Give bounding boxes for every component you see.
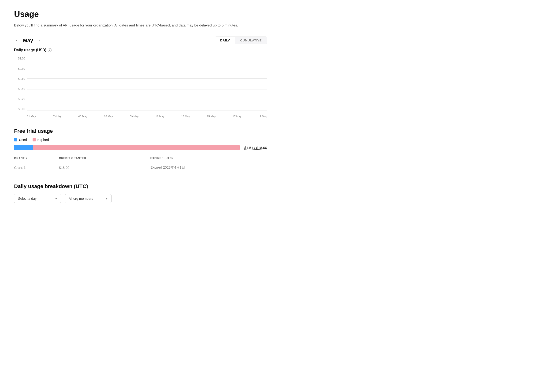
month-nav: ‹ May › bbox=[14, 37, 42, 44]
page-title: Usage bbox=[14, 9, 267, 19]
member-select[interactable]: All org members ▾ bbox=[65, 194, 112, 203]
chart-y-axis: $1.00 $0.80 $0.60 $0.40 $0.20 $0.00 bbox=[14, 57, 27, 111]
legend-used: Used bbox=[14, 138, 27, 142]
grid-line-1 bbox=[27, 57, 267, 57]
legend: Used Expired bbox=[14, 138, 267, 142]
y-label-5: $0.20 bbox=[18, 98, 25, 101]
cumulative-toggle-button[interactable]: CUMULATIVE bbox=[235, 37, 267, 44]
free-trial-section: Free trial usage Used Expired $1.51 / $1… bbox=[14, 128, 267, 173]
view-toggle-group: DAILY CUMULATIVE bbox=[215, 37, 267, 44]
day-select-chevron-icon: ▾ bbox=[55, 197, 57, 201]
daily-usage-chart-section: Daily usage (USD) i $1.00 $0.80 $0.60 $0… bbox=[14, 48, 267, 118]
grant-table: GRANT # CREDIT GRANTED EXPIRES (UTC) Gra… bbox=[14, 157, 267, 173]
free-trial-title: Free trial usage bbox=[14, 128, 267, 134]
progress-amount-label: $1.51 / $18.00 bbox=[244, 146, 267, 150]
x-label-4: 07 May bbox=[104, 115, 113, 118]
progress-bar bbox=[14, 145, 240, 150]
chart-info-icon[interactable]: i bbox=[48, 48, 52, 52]
day-select[interactable]: Select a day ▾ bbox=[14, 194, 61, 203]
progress-expired-fill bbox=[33, 145, 240, 150]
y-label-4: $0.40 bbox=[18, 87, 25, 91]
grid-line-4 bbox=[27, 89, 267, 89]
legend-expired-dot bbox=[33, 138, 36, 141]
chart-header: ‹ May › DAILY CUMULATIVE bbox=[14, 37, 267, 44]
y-label-2: $0.80 bbox=[18, 67, 25, 70]
chart-plot-area bbox=[27, 57, 267, 111]
progress-used-fill bbox=[14, 145, 33, 150]
x-label-9: 17 May bbox=[233, 115, 241, 118]
chart-title: Daily usage (USD) i bbox=[14, 48, 267, 52]
grant-cell: Grant 1 bbox=[14, 162, 59, 173]
progress-row: $1.51 / $18.00 bbox=[14, 145, 267, 150]
grid-line-5 bbox=[27, 100, 267, 100]
day-select-label: Select a day bbox=[18, 197, 37, 201]
chart-x-axis: 01 May 03 May 05 May 07 May 09 May 11 Ma… bbox=[27, 111, 267, 118]
expires-cell: Expired 2023年4月1日 bbox=[150, 162, 267, 173]
table-row: Grant 1 $18.00 Expired 2023年4月1日 bbox=[14, 162, 267, 173]
legend-used-label: Used bbox=[19, 138, 27, 142]
chart-container: $1.00 $0.80 $0.60 $0.40 $0.20 $0.00 01 M… bbox=[14, 57, 267, 118]
x-label-6: 11 May bbox=[155, 115, 164, 118]
member-select-label: All org members bbox=[69, 197, 93, 201]
page-subtitle: Below you'll find a summary of API usage… bbox=[14, 23, 267, 28]
breakdown-title: Daily usage breakdown (UTC) bbox=[14, 183, 267, 189]
x-label-3: 05 May bbox=[78, 115, 87, 118]
prev-month-button[interactable]: ‹ bbox=[14, 37, 19, 44]
grid-line-3 bbox=[27, 79, 267, 79]
x-label-5: 09 May bbox=[130, 115, 139, 118]
y-label-1: $1.00 bbox=[18, 57, 25, 60]
current-month-label: May bbox=[23, 37, 33, 44]
x-label-8: 15 May bbox=[207, 115, 216, 118]
x-label-1: 01 May bbox=[27, 115, 36, 118]
legend-expired: Expired bbox=[33, 138, 49, 142]
credit-col-header: CREDIT GRANTED bbox=[59, 157, 150, 162]
expires-col-header: EXPIRES (UTC) bbox=[150, 157, 267, 162]
y-label-6: $0.00 bbox=[18, 107, 25, 111]
x-label-2: 03 May bbox=[53, 115, 62, 118]
next-month-button[interactable]: › bbox=[37, 37, 42, 44]
legend-expired-label: Expired bbox=[38, 138, 49, 142]
x-label-7: 13 May bbox=[181, 115, 190, 118]
breakdown-filters: Select a day ▾ All org members ▾ bbox=[14, 194, 267, 203]
breakdown-section: Daily usage breakdown (UTC) Select a day… bbox=[14, 183, 267, 203]
grant-col-header: GRANT # bbox=[14, 157, 59, 162]
daily-toggle-button[interactable]: DAILY bbox=[215, 37, 235, 44]
y-label-3: $0.60 bbox=[18, 77, 25, 80]
member-select-chevron-icon: ▾ bbox=[106, 197, 108, 201]
legend-used-dot bbox=[14, 138, 17, 141]
grid-line-2 bbox=[27, 68, 267, 68]
x-label-10: 19 May bbox=[258, 115, 267, 118]
credit-cell: $18.00 bbox=[59, 162, 150, 173]
